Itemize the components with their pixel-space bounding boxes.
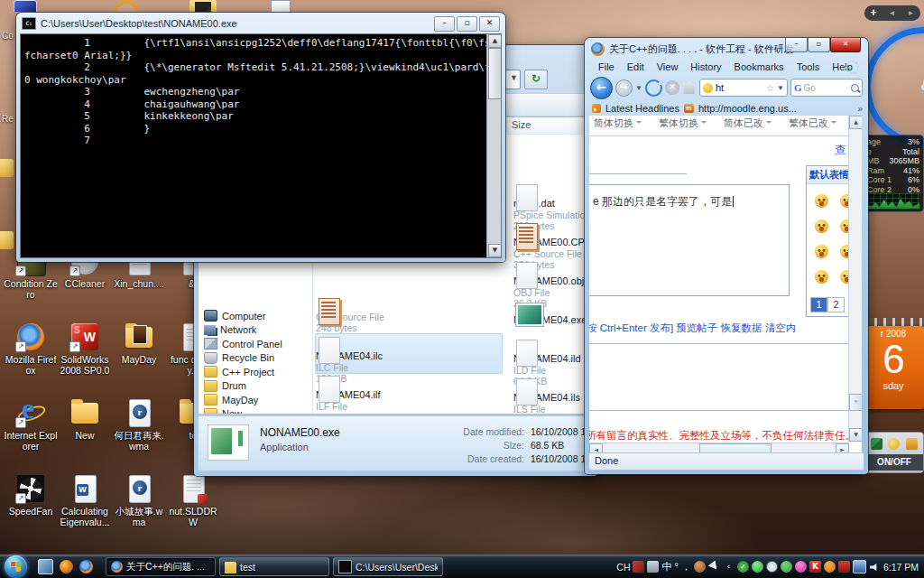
url-dropdown-icon[interactable]: ▼ [777,84,784,92]
scroll-down-icon[interactable]: ▼ [849,428,862,442]
back-button[interactable]: ← [590,77,613,99]
desktop-icon[interactable]: Calculating Eigenvalu... [58,473,112,549]
file-tile[interactable]: NONAME04.ilc ILC File 128 KB [315,333,503,374]
minimize-button[interactable]: – [434,16,455,32]
tree-item[interactable]: MayDay [204,393,310,407]
file-tile[interactable]: NONAME04.ils ILS File 576 KB [513,376,594,415]
launcher-icon[interactable] [888,438,900,450]
search-placeholder[interactable]: Go [804,83,849,93]
console-body[interactable]: 1 {\rtf1\ansi\ansicpg1252\deff0\deflang1… [20,33,502,258]
tray-icon[interactable] [633,561,644,573]
page-dropdown-link[interactable]: 简体切换 [594,117,642,130]
tray-icon[interactable] [838,561,850,573]
bookmark-item[interactable]: Latest Headlines [605,103,679,114]
lower-textarea[interactable] [589,343,851,411]
reply-textarea[interactable]: e 那边的只是名字罢了，可是 [589,184,790,296]
desktop-icon[interactable]: nut.SLDDRW [166,473,220,549]
bookmark-item[interactable]: http://moodle.eng.us... [698,103,797,114]
menu-item[interactable]: File [592,61,621,72]
tray-icon[interactable]: K [809,561,821,573]
file-tile[interactable]: NONAME04.ilf ILF File 512 KB [316,373,502,412]
tray-icon[interactable] [647,561,659,573]
tray-icon[interactable]: ， [681,561,691,573]
cpu-meter-gadget[interactable]: age 3% e Total MB 3065MB Ram 41% Core 1 … [863,135,924,212]
scroll-down-icon[interactable]: ▼ [488,244,502,257]
edge-folder-icon[interactable] [0,159,14,177]
partial-desktop-icon[interactable] [271,0,291,12]
file-tile[interactable]: NONAME00.obj OBJ File 26.3 KB [513,259,594,298]
task-button[interactable]: C:\Users\User\Deskt... [333,557,443,576]
tray-icon[interactable] [795,561,807,573]
page-dropdown-link[interactable]: 繁体已改 [789,117,836,130]
launcher-onoff-label[interactable]: ON/OFF [865,454,923,471]
scrollbar-thumb[interactable]: ≡ [849,394,862,411]
desktop-icon[interactable]: SpeedFan [4,473,58,549]
menu-item[interactable]: Tools [790,61,827,72]
calendar-gadget[interactable]: r 2008 6 sday [863,318,924,414]
close-button[interactable]: ✕ [830,38,861,52]
gadget-nav[interactable]: + ◄ ► [864,5,920,21]
url-text[interactable]: ht [716,82,763,93]
console-scrollbar[interactable]: ▲ ▼ [486,34,501,257]
tree-item[interactable]: Recycle Bin [204,351,310,366]
forward-button[interactable]: → [615,79,633,97]
tray-icon[interactable]: ‹ [723,561,735,573]
partial-desktop-icon[interactable] [14,0,37,12]
smiley-icon[interactable] [815,194,828,208]
scroll-up-icon[interactable]: ▲ [849,116,862,129]
scrollbar-thumb[interactable] [488,48,502,99]
task-button[interactable]: test [219,557,329,576]
language-indicator[interactable]: CH [616,562,630,573]
menu-item[interactable]: History [684,61,727,72]
tray-icon[interactable]: ✓ [737,561,749,573]
launcher-icon[interactable] [871,438,882,450]
quick-launch-icon[interactable] [79,560,93,573]
desktop-icon[interactable]: 小城故事.wma [112,473,166,549]
menu-item[interactable]: View [651,61,685,72]
tray-icon[interactable] [781,561,792,573]
smiley-icon[interactable] [815,219,828,233]
file-tile[interactable]: NONAME00.CPP C++ Source File 376 bytes [513,220,594,259]
partial-desktop-icon[interactable] [189,0,217,12]
stop-button[interactable]: ✕ [665,80,679,95]
tree-item[interactable]: Computer [204,309,310,323]
tray-icon[interactable]: 中 [661,561,671,573]
desktop-icon[interactable]: New [58,397,112,473]
start-button[interactable] [5,555,27,578]
tray-icon[interactable] [694,561,706,573]
search-bar[interactable]: G Go [790,79,863,97]
tree-item[interactable]: Drum [204,379,310,394]
maximize-button[interactable]: ▫ [808,38,830,52]
file-tile[interactable]: NONAME04.ild ILD File 64.0 KB [513,337,594,376]
minimize-button[interactable]: – [785,38,808,52]
refresh-button[interactable]: ↻ [524,70,548,89]
page-2-button[interactable]: 2 [827,297,845,312]
file-tile[interactable]: NONAME04.obj OBJ File 25.6 KB [316,412,502,415]
desktop-icon[interactable]: Mozilla Firefox [4,322,58,397]
desktop-icon[interactable]: Internet Explorer [4,397,58,473]
tray-icon[interactable] [766,561,778,573]
clock-text[interactable]: 6:17 PM [883,562,919,573]
menu-item[interactable]: Edit [621,61,651,72]
address-dropdown-icon[interactable]: ▼ [510,73,518,82]
launcher-gadget[interactable]: ON/OFF [864,432,924,473]
close-button[interactable]: ✕ [479,16,500,32]
firefox-titlebar[interactable]: 关于C++的问题. . . . - 软件工程 - 软件研发... [591,42,799,56]
menu-item[interactable]: Bookmarks [728,61,790,72]
home-button[interactable] [682,81,697,94]
bookmarks-overflow-icon[interactable]: » [857,104,863,114]
search-icon[interactable] [851,84,859,92]
quick-launch-icon[interactable] [60,560,73,573]
location-bar[interactable]: ht ☆ ▼ [699,79,788,97]
partial-desktop-icon[interactable] [114,0,139,12]
vertical-scrollbar[interactable]: ▲ ≡ ▼ [848,116,862,443]
launcher-icon[interactable] [906,438,918,450]
reload-button[interactable] [645,79,662,97]
gadget-next-icon[interactable]: ► [908,9,915,17]
tray-icon[interactable] [824,561,836,573]
file-tile[interactable]: C++ Source File 248 bytes [316,295,502,334]
tray-icon[interactable] [869,561,881,573]
quick-launch-icon[interactable] [38,559,53,574]
tree-item[interactable]: Network [204,323,310,338]
view-link[interactable]: 查 [835,143,845,158]
